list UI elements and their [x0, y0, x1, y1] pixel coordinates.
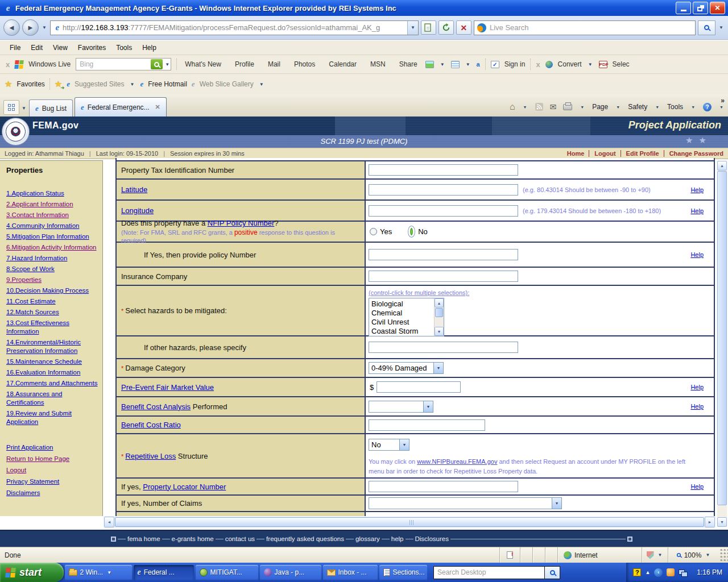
bca-label-link[interactable]: Benefit Cost Analysis	[121, 402, 191, 411]
live-toolbar-link[interactable]: Calendar	[326, 60, 359, 68]
footer-link[interactable]: frequently asked questions	[266, 535, 344, 542]
vertical-scrollbar[interactable]: ▲ ▼	[717, 161, 727, 527]
sign-in-link[interactable]: Sign in	[504, 60, 526, 68]
toolbar-close-icon[interactable]: x	[536, 60, 540, 69]
property-locator-input[interactable]	[369, 481, 518, 492]
hazard-option[interactable]: Coastal Storm	[371, 327, 434, 336]
sidebar-item[interactable]: 13.Cost Effectiveness Information	[6, 319, 100, 336]
forward-button[interactable]: ►	[22, 19, 39, 36]
sidebar-footer-item[interactable]: Return to Home Page	[6, 455, 100, 463]
photos-icon[interactable]	[425, 61, 434, 68]
search-desktop-button[interactable]	[545, 566, 560, 579]
help-link[interactable]: Help	[690, 207, 704, 214]
quick-tabs-button[interactable]	[3, 100, 19, 115]
help-link[interactable]: Help	[690, 186, 704, 193]
insurance-input[interactable]	[369, 271, 518, 282]
address-input[interactable]: e http://192.168.3.193:7777/FEMAMitigati…	[50, 20, 419, 35]
horizontal-scrollbar[interactable]: ◄ ►	[104, 516, 715, 528]
sidebar-footer-item[interactable]: Privacy Statement	[6, 477, 100, 486]
footer-link[interactable]: glossary	[355, 535, 380, 542]
scroll-down-icon[interactable]: ▼	[717, 517, 727, 527]
select-button[interactable]: Selec	[613, 60, 630, 68]
sidebar-item[interactable]: 10.Decision Making Process	[6, 286, 100, 295]
sidebar-footer-item[interactable]: Print Application	[6, 443, 100, 452]
footer-link[interactable]: fema home	[127, 535, 160, 542]
tax-id-input[interactable]	[369, 164, 518, 176]
feed-dropdown-icon[interactable]: ▼	[465, 62, 471, 67]
bca-select[interactable]: ▼	[369, 401, 433, 413]
repetitive-loss-link[interactable]: Repetitive Loss	[125, 452, 176, 460]
address-history-dropdown[interactable]: ▼	[407, 21, 418, 35]
recent-pages-dropdown-icon[interactable]: ▼	[41, 25, 48, 30]
resize-grip[interactable]	[719, 547, 728, 563]
scroll-right-icon[interactable]: ►	[705, 517, 715, 527]
longitude-input[interactable]	[369, 205, 518, 217]
sidebar-item[interactable]: 1.Application Status	[6, 189, 100, 198]
photos-dropdown-icon[interactable]: ▼	[439, 62, 446, 67]
scrollbar-thumb[interactable]	[435, 308, 443, 317]
rss-icon[interactable]	[535, 103, 543, 111]
tab-bug-list[interactable]: e Bug List	[29, 99, 73, 117]
fmv-label-link[interactable]: Pre-Event Fair Market Value	[121, 383, 214, 392]
print-dropdown-icon[interactable]: ▼	[579, 105, 585, 109]
toolbar-close-icon[interactable]: x	[6, 60, 10, 69]
print-icon[interactable]	[563, 104, 572, 110]
footer-link[interactable]: Disclosures	[415, 535, 449, 542]
free-hotmail-link[interactable]: Free Hotmail	[148, 80, 187, 88]
search-button[interactable]	[698, 20, 715, 35]
taskbar-button-inbox[interactable]: Inbox - ...	[323, 565, 378, 580]
page-menu[interactable]: Page	[592, 103, 608, 111]
more-commands-chevron-icon[interactable]: »	[721, 97, 725, 105]
hidden-icons-chevron[interactable]: ▲	[645, 569, 650, 575]
read-mail-icon[interactable]: ✉	[550, 102, 557, 111]
sidebar-item[interactable]: 14.Environmental/Historic Preservation I…	[6, 338, 100, 355]
taskbar-button-windows-group[interactable]: 2 Win... ▼	[65, 565, 132, 580]
scroll-down-icon[interactable]: ▼	[435, 327, 444, 336]
help-link[interactable]: Help	[690, 251, 704, 258]
sidebar-item[interactable]: 5.Mitigation Plan Information	[6, 232, 100, 241]
nfip-policy-link[interactable]: NFIP Policy Number	[208, 219, 275, 227]
page-dropdown-icon[interactable]: ▼	[615, 105, 621, 109]
start-button[interactable]: start	[0, 563, 64, 582]
scroll-left-icon[interactable]: ◄	[104, 517, 114, 527]
tools-menu[interactable]: Tools	[667, 103, 683, 111]
live-search-input[interactable]	[490, 23, 692, 32]
network-tray-icon[interactable]	[679, 569, 687, 576]
home-dropdown-icon[interactable]: ▼	[522, 105, 528, 109]
taskbar-button-java[interactable]: Java - p...	[260, 565, 321, 580]
live-search-box[interactable]	[474, 20, 696, 35]
sidebar-item[interactable]: 11.Cost Estimate	[6, 297, 100, 306]
sidebar-item[interactable]: 2.Applicant Information	[6, 200, 100, 209]
policy-number-input[interactable]	[369, 249, 518, 260]
sidebar-footer-item[interactable]: Logout	[6, 466, 100, 475]
help-link[interactable]: Help	[690, 384, 704, 390]
tab-federal-emergency[interactable]: e Federal Emergenc... ✕	[75, 97, 167, 117]
help-link[interactable]: Help	[690, 483, 704, 490]
home-icon[interactable]: ⌂	[510, 102, 515, 112]
sidebar-item[interactable]: 6.Mitigation Activity Information	[6, 243, 100, 252]
minimize-button[interactable]	[676, 2, 691, 14]
help-dropdown-icon[interactable]: ▼	[718, 105, 725, 109]
taskbar-button-sections[interactable]: Sections...	[379, 565, 427, 580]
protected-mode-dropdown-icon[interactable]: ▼	[657, 552, 664, 558]
hazard-option[interactable]: Biological	[371, 300, 434, 309]
sync-tray-icon[interactable]	[667, 568, 675, 576]
sidebar-item[interactable]: 9.Properties	[6, 276, 100, 284]
scroll-up-icon[interactable]: ▲	[435, 298, 444, 307]
favorites-button[interactable]: Favorites	[16, 80, 44, 88]
tab-list-dropdown-icon[interactable]: ▼	[20, 106, 27, 111]
scrollbar-thumb[interactable]	[115, 517, 704, 527]
web-slice-dropdown-icon[interactable]: ▼	[258, 82, 265, 87]
back-button[interactable]: ◄	[3, 19, 20, 36]
bing-search-input[interactable]	[80, 60, 151, 68]
sidebar-item[interactable]: 19.Review and Submit Application	[6, 409, 100, 426]
java-update-tray-icon[interactable]: ?	[633, 568, 641, 576]
search-desktop-box[interactable]	[433, 566, 545, 579]
convert-dropdown-icon[interactable]: ▼	[587, 62, 594, 67]
repetitive-loss-select[interactable]: No ▼	[369, 439, 410, 451]
convert-button[interactable]: Convert	[558, 60, 582, 68]
bcr-input[interactable]	[369, 419, 485, 431]
web-slice-gallery-link[interactable]: Web Slice Gallery	[200, 80, 254, 88]
select-dropdown-icon[interactable]: ▼	[552, 498, 561, 509]
nfip-no-radio[interactable]	[408, 226, 415, 238]
